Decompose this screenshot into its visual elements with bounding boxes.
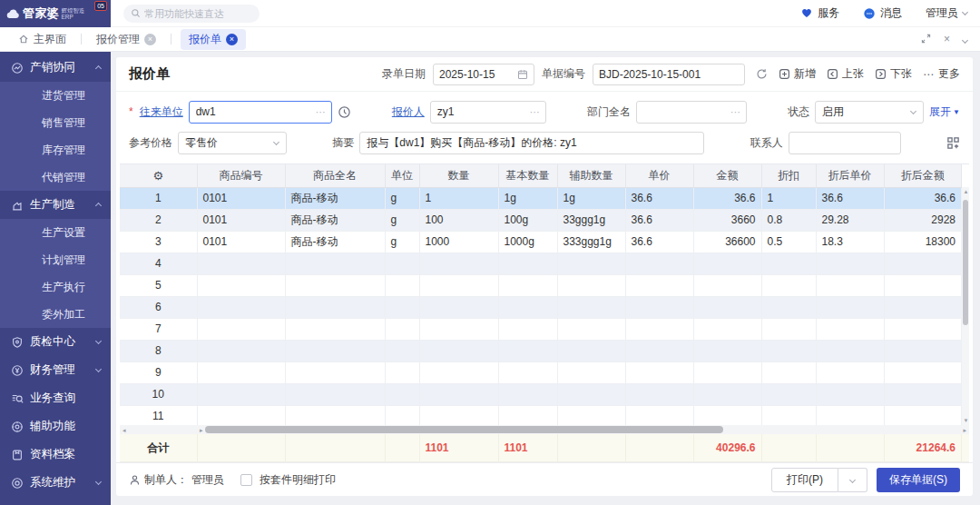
- horizontal-scrollbar[interactable]: ◂ ▸ ▸: [120, 425, 969, 434]
- col-header[interactable]: 数量: [419, 164, 498, 187]
- service-menu[interactable]: 服务: [800, 5, 839, 21]
- new-button[interactable]: 新增: [779, 66, 816, 82]
- close-icon[interactable]: ×: [226, 34, 238, 45]
- scroll-down-arrow[interactable]: ▼: [964, 418, 969, 423]
- cell[interactable]: 商品-移动: [285, 187, 385, 209]
- sidebar-item-jinhuo[interactable]: 进货管理: [0, 82, 111, 109]
- table-row[interactable]: 7: [120, 318, 962, 340]
- status-value[interactable]: [816, 105, 923, 118]
- col-header[interactable]: 单价: [625, 164, 693, 187]
- print-dropdown-button[interactable]: [838, 468, 867, 492]
- partner-label[interactable]: 往来单位: [140, 104, 183, 120]
- cell[interactable]: 333ggg1g: [557, 231, 625, 252]
- cell[interactable]: 1000: [419, 231, 498, 252]
- sidebar-group-xitong[interactable]: 系统维护: [0, 469, 111, 497]
- cell[interactable]: 18.3: [816, 231, 884, 252]
- contact-input[interactable]: [789, 136, 900, 149]
- cell[interactable]: 36.6: [816, 187, 884, 209]
- contact-field[interactable]: [789, 132, 901, 154]
- cell[interactable]: 3660: [693, 209, 761, 231]
- vertical-scrollbar[interactable]: ▲ ▼: [962, 187, 969, 425]
- scroll-thumb[interactable]: [963, 200, 968, 325]
- row-number[interactable]: 2: [120, 209, 197, 231]
- doc-no-field[interactable]: [593, 64, 745, 85]
- cell[interactable]: g: [385, 231, 419, 252]
- table-row[interactable]: 1 0101 商品-移动 g 1 1g 1g 36.6 36.6 1 36.6: [120, 187, 962, 209]
- tab-quote-form[interactable]: 报价单 ×: [181, 29, 246, 50]
- sidebar-group-ziliao[interactable]: 资料档案: [0, 441, 111, 469]
- table-row[interactable]: 11: [120, 405, 962, 425]
- sidebar-group-caiwu[interactable]: 财务管理: [0, 356, 111, 384]
- cell[interactable]: 0.5: [761, 231, 816, 252]
- column-settings-gear-icon[interactable]: ⚙: [120, 164, 197, 187]
- cell[interactable]: 1g: [498, 187, 557, 209]
- table-row[interactable]: 5: [120, 274, 962, 296]
- fullscreen-icon[interactable]: [921, 34, 931, 45]
- sidebar-group-chanxiao[interactable]: 产销协同: [0, 54, 111, 82]
- refresh-icon[interactable]: [756, 68, 768, 80]
- cell[interactable]: 100g: [498, 209, 557, 231]
- search-input[interactable]: [144, 8, 244, 19]
- sidebar-item-xiaoshou[interactable]: 销售管理: [0, 109, 111, 136]
- expand-link[interactable]: 展开▼: [929, 104, 960, 120]
- dept-input[interactable]: [637, 105, 746, 118]
- user-menu[interactable]: 管理员: [926, 5, 967, 21]
- cell[interactable]: 0101: [197, 231, 285, 252]
- print-detail-checkbox[interactable]: [240, 474, 252, 486]
- save-button[interactable]: 保存单据(S): [877, 468, 960, 492]
- sidebar-group-zhijian[interactable]: 质检中心: [0, 328, 111, 356]
- sidebar-item-zhixing[interactable]: 生产执行: [0, 273, 111, 301]
- sidebar-item-kucun[interactable]: 库存管理: [0, 136, 111, 163]
- summary-field[interactable]: [359, 132, 704, 154]
- table-row[interactable]: 2 0101 商品-移动 g 100 100g 33ggg1g 36.6 366…: [120, 209, 962, 231]
- quick-search[interactable]: [123, 5, 260, 23]
- sidebar-item-daixiao[interactable]: 代销管理: [0, 163, 111, 191]
- print-button[interactable]: 打印(P): [771, 468, 838, 492]
- cell[interactable]: 36.6: [625, 231, 693, 252]
- cell[interactable]: 0.8: [761, 209, 816, 231]
- cell[interactable]: 0101: [197, 209, 285, 231]
- col-header[interactable]: 金额: [693, 164, 761, 187]
- grid-shortcut-icon[interactable]: [946, 136, 960, 150]
- col-header[interactable]: 商品全名: [285, 164, 385, 187]
- sidebar-item-weiwai[interactable]: 委外加工: [0, 301, 111, 328]
- cell[interactable]: 商品-移动: [285, 209, 385, 231]
- col-header[interactable]: 辅助数量: [557, 164, 625, 187]
- table-row[interactable]: 9: [120, 361, 962, 383]
- close-icon[interactable]: ×: [144, 34, 156, 45]
- dept-field[interactable]: ⋯: [636, 101, 747, 124]
- quoter-field[interactable]: ⋯: [430, 101, 546, 124]
- cell[interactable]: 1: [761, 187, 816, 209]
- row-number[interactable]: 1: [120, 187, 197, 209]
- partner-input[interactable]: [190, 105, 331, 118]
- scroll-thumb[interactable]: [205, 426, 723, 433]
- quoter-label[interactable]: 报价人: [392, 104, 425, 120]
- record-date-field[interactable]: [433, 64, 534, 85]
- sidebar-group-shengchan[interactable]: 生产制造: [0, 191, 111, 219]
- tab-home[interactable]: 主界面: [13, 30, 72, 49]
- cell[interactable]: 18300: [884, 231, 962, 252]
- table-row[interactable]: 3 0101 商品-移动 g 1000 1000g 333ggg1g 36.6 …: [120, 231, 962, 252]
- col-header[interactable]: 折后金额: [884, 164, 962, 187]
- ref-price-select[interactable]: [178, 132, 287, 154]
- record-date-input[interactable]: [439, 68, 514, 81]
- collapse-icon[interactable]: [963, 34, 967, 45]
- cell[interactable]: 1: [419, 187, 498, 209]
- col-header[interactable]: 单位: [385, 164, 419, 187]
- cell[interactable]: 100: [419, 209, 498, 231]
- history-icon[interactable]: [338, 105, 351, 119]
- table-row[interactable]: 4: [120, 252, 962, 274]
- cell[interactable]: 商品-移动: [285, 231, 385, 252]
- table-row[interactable]: 6: [120, 296, 962, 318]
- doc-no-input[interactable]: [599, 68, 739, 81]
- col-header[interactable]: 折后单价: [816, 164, 884, 187]
- cell[interactable]: 36.6: [625, 187, 693, 209]
- summary-input[interactable]: [360, 136, 703, 149]
- calendar-icon[interactable]: [517, 69, 528, 80]
- cell[interactable]: 36.6: [625, 209, 693, 231]
- next-record-button[interactable]: 下张: [875, 66, 912, 82]
- cell[interactable]: 1g: [557, 187, 625, 209]
- sidebar-group-fuzhu[interactable]: 辅助功能: [0, 412, 111, 441]
- scroll-up-arrow[interactable]: ▲: [964, 189, 969, 194]
- prev-record-button[interactable]: 上张: [827, 66, 864, 82]
